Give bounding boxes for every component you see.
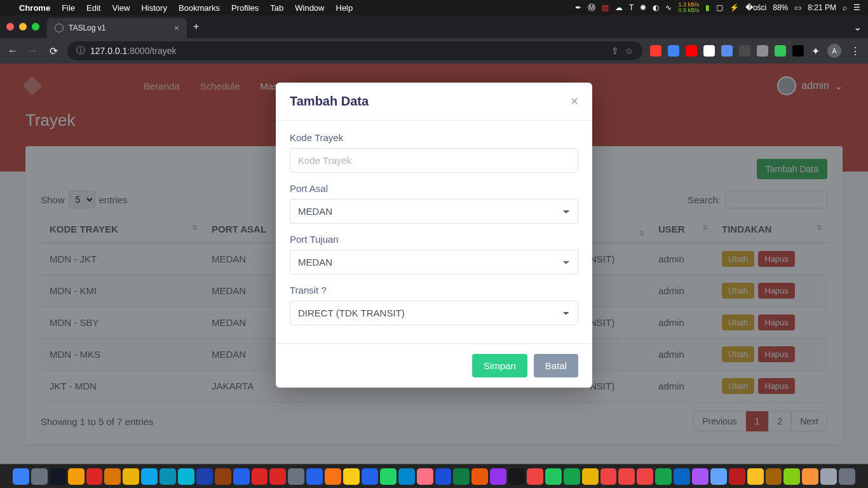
dock-app-icon[interactable]	[637, 468, 653, 485]
dock-app-icon[interactable]	[104, 468, 121, 485]
dock-app-icon[interactable]	[545, 468, 562, 485]
spotlight-icon[interactable]: ⌕	[843, 3, 847, 12]
status-icon[interactable]: ◐	[653, 3, 659, 12]
dock-app-icon[interactable]	[13, 468, 29, 485]
dock-app-icon[interactable]	[306, 468, 323, 485]
dock-app-icon[interactable]	[417, 468, 433, 485]
share-icon[interactable]: ⇪	[611, 46, 619, 56]
minimize-window-button[interactable]	[19, 23, 27, 30]
forward-button[interactable]: →	[27, 45, 39, 57]
dock-app-icon[interactable]	[820, 468, 837, 485]
dock-app-icon[interactable]	[471, 468, 488, 485]
dock-app-icon[interactable]	[564, 468, 580, 485]
close-tab-icon[interactable]: ×	[174, 23, 179, 33]
dock-app-icon[interactable]	[655, 468, 672, 485]
profile-avatar[interactable]: A	[827, 44, 841, 58]
status-icon[interactable]: ∿	[665, 3, 672, 12]
dock-app-icon[interactable]	[68, 468, 85, 485]
extension-icon[interactable]	[668, 45, 679, 57]
dock-app-icon[interactable]	[600, 468, 617, 485]
dock-app-icon[interactable]	[50, 468, 66, 485]
menu-file[interactable]: File	[62, 3, 75, 13]
back-button[interactable]: ←	[6, 45, 19, 57]
dock-app-icon[interactable]	[380, 468, 397, 485]
cancel-button[interactable]: Batal	[534, 354, 578, 377]
maximize-window-button[interactable]	[32, 23, 39, 30]
power-icon[interactable]: ⚡	[729, 3, 739, 12]
extension-icon[interactable]	[686, 45, 697, 57]
dock-app-icon[interactable]	[325, 468, 341, 485]
select-port-asal[interactable]: MEDAN	[290, 199, 578, 224]
menubar-app[interactable]: Chrome	[19, 3, 50, 13]
extension-icon[interactable]	[757, 45, 768, 57]
dock-app-icon[interactable]	[747, 468, 764, 485]
dock-app-icon[interactable]	[86, 468, 103, 485]
dock-app-icon[interactable]	[729, 468, 745, 485]
dock-app-icon[interactable]	[288, 468, 304, 485]
site-info-icon[interactable]: ⓘ	[76, 45, 85, 57]
extension-icon[interactable]	[703, 45, 715, 57]
menu-history[interactable]: History	[141, 3, 166, 13]
status-icon[interactable]: ✺	[640, 3, 646, 12]
chrome-menu-icon[interactable]: ⋮	[849, 45, 862, 57]
status-icon[interactable]: ✒	[575, 3, 581, 12]
dock-app-icon[interactable]	[159, 468, 176, 485]
battery-saver-icon[interactable]: ▮	[705, 3, 710, 12]
dock-app-icon[interactable]	[398, 468, 415, 485]
modal-overlay[interactable]: Tambah Data × Kode Trayek Port Asal MEDA…	[0, 64, 868, 464]
menu-window[interactable]: Window	[295, 3, 324, 13]
dock-app-icon[interactable]	[527, 468, 543, 485]
save-button[interactable]: Simpan	[472, 354, 527, 377]
dock-app-icon[interactable]	[252, 468, 268, 485]
extension-icon[interactable]	[792, 45, 804, 57]
select-transit[interactable]: DIRECT (TDK TRANSIT)	[290, 301, 578, 325]
dock-app-icon[interactable]	[435, 468, 452, 485]
extension-icon[interactable]	[739, 45, 750, 57]
dock-app-icon[interactable]	[839, 468, 855, 485]
dock-app-icon[interactable]	[710, 468, 727, 485]
dock-app-icon[interactable]	[233, 468, 250, 485]
dock-app-icon[interactable]	[215, 468, 231, 485]
modal-close-icon[interactable]: ×	[571, 94, 578, 109]
wifi-icon[interactable]: �ości	[745, 3, 766, 12]
dock-app-icon[interactable]	[178, 468, 194, 485]
extension-icon[interactable]	[775, 45, 786, 57]
browser-tab[interactable]: TASLog v1 ×	[47, 18, 187, 38]
status-icon[interactable]: ▤	[602, 3, 609, 12]
menu-help[interactable]: Help	[336, 3, 353, 13]
dock-app-icon[interactable]	[692, 468, 709, 485]
tab-overflow-icon[interactable]: ⌄	[853, 21, 862, 33]
address-bar[interactable]: ⓘ 127.0.0.1:8000/trayek ⇪ ☆	[67, 41, 642, 60]
dock-app-icon[interactable]	[141, 468, 158, 485]
menu-bookmarks[interactable]: Bookmarks	[179, 3, 220, 13]
control-center-icon[interactable]: ☰	[853, 3, 860, 12]
menu-edit[interactable]: Edit	[86, 3, 100, 13]
new-tab-button[interactable]: +	[193, 21, 199, 32]
dock-app-icon[interactable]	[343, 468, 360, 485]
dock-app-icon[interactable]	[490, 468, 506, 485]
dock-app-icon[interactable]	[802, 468, 818, 485]
menu-view[interactable]: View	[112, 3, 130, 13]
extension-icon[interactable]	[650, 45, 661, 57]
close-window-button[interactable]	[6, 23, 14, 30]
reload-button[interactable]: ⟳	[47, 45, 60, 57]
dock-app-icon[interactable]	[766, 468, 782, 485]
status-icon[interactable]: ☁	[615, 3, 623, 12]
status-icon[interactable]: Ⓜ	[588, 3, 595, 13]
select-port-tujuan[interactable]: MEDAN	[290, 250, 578, 274]
battery-icon[interactable]: ▭	[794, 3, 801, 12]
status-icon[interactable]: T	[629, 3, 634, 12]
menu-tab[interactable]: Tab	[270, 3, 283, 13]
dock-app-icon[interactable]	[269, 468, 286, 485]
dock-app-icon[interactable]	[508, 468, 525, 485]
dock-app-icon[interactable]	[362, 468, 378, 485]
input-kode-trayek[interactable]	[290, 148, 578, 173]
display-icon[interactable]: ▢	[716, 3, 723, 12]
extension-icon[interactable]	[721, 45, 733, 57]
bookmark-icon[interactable]: ☆	[625, 46, 634, 56]
dock-app-icon[interactable]	[196, 468, 213, 485]
dock-app-icon[interactable]	[618, 468, 635, 485]
dock-app-icon[interactable]	[582, 468, 599, 485]
dock-app-icon[interactable]	[674, 468, 690, 485]
dock-app-icon[interactable]	[123, 468, 139, 485]
